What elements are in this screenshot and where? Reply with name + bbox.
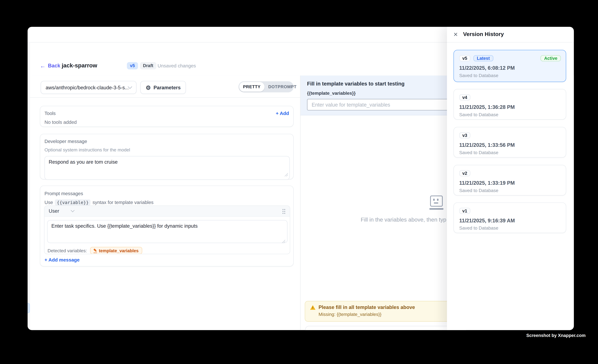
version-timestamp: 11/21/2025, 1:36:28 PM — [459, 104, 561, 110]
drag-handle-icon[interactable] — [282, 208, 286, 214]
draft-badge: Draft — [140, 62, 156, 69]
tools-empty-text: No tools added — [44, 120, 289, 125]
detected-variables-row: Detected variables: ✎ template_variables — [48, 247, 142, 254]
warning-title: Please fill in all template variables ab… — [319, 304, 415, 310]
page-title: jack-sparrow — [62, 62, 97, 69]
hint-suffix: syntax for template variables — [92, 200, 154, 205]
prompt-messages-title: Prompt messages — [44, 191, 289, 196]
chat-input-box[interactable] — [305, 326, 466, 330]
detected-variable-name: template_variables — [99, 248, 139, 253]
toggle-dotprompt[interactable]: DOTPROMPT — [265, 82, 300, 92]
model-select-value: aws/anthropic/bedrock-claude-3-5-s... — [46, 84, 128, 90]
version-card-v2[interactable]: v2 11/21/2025, 1:33:19 PM Saved to Datab… — [454, 165, 566, 196]
warning-icon — [310, 305, 316, 310]
tools-title: Tools — [44, 111, 289, 116]
message-textarea[interactable]: Enter task specifics. Use {{template_var… — [47, 220, 287, 243]
back-button[interactable]: ← Back — [40, 63, 60, 69]
version-timestamp: 11/22/2025, 6:08:12 PM — [459, 65, 561, 71]
chevron-down-icon — [128, 84, 132, 89]
version-tag: v3 — [459, 132, 470, 138]
detected-variable-chip[interactable]: ✎ template_variables — [90, 247, 142, 254]
variable-syntax-chip: {{variable}} — [55, 199, 91, 206]
add-message-button[interactable]: + Add message — [44, 257, 80, 263]
view-mode-toggle: PRETTY DOTPROMPT — [238, 81, 294, 92]
parameters-label: Parameters — [153, 84, 181, 90]
gear-icon: ⚙ — [146, 84, 151, 90]
empty-state-text: Fill in the variables above, then typ — [361, 217, 446, 223]
back-arrow-icon: ← — [40, 63, 46, 69]
resize-handle-icon[interactable] — [284, 173, 288, 176]
hint-prefix: Use — [44, 200, 53, 205]
version-card-v1[interactable]: v1 11/21/2025, 9:16:39 AM Saved to Datab… — [454, 202, 566, 233]
developer-message-subtitle: Optional system instructions for the mod… — [44, 147, 289, 152]
version-source: Saved to Database — [459, 112, 561, 117]
editor-toolbar: aws/anthropic/bedrock-claude-3-5-s... ⚙ … — [30, 75, 300, 98]
editor-pane: aws/anthropic/bedrock-claude-3-5-s... ⚙ … — [30, 75, 300, 330]
pencil-icon: ✎ — [93, 248, 97, 253]
version-source: Saved to Database — [459, 188, 561, 193]
bot-icon — [429, 195, 443, 210]
parameters-button[interactable]: ⚙ Parameters — [140, 81, 186, 94]
version-timestamp: 11/21/2025, 9:16:39 AM — [459, 218, 561, 223]
version-card-v5[interactable]: v5 Latest Active 11/22/2025, 6:08:12 PM … — [454, 50, 566, 82]
role-select-value: User — [49, 208, 59, 214]
version-tag: v1 — [459, 208, 470, 214]
template-variable-input[interactable] — [307, 99, 462, 110]
resize-handle-icon[interactable] — [282, 240, 285, 243]
message-role-header: User — [44, 206, 290, 217]
version-card-v4[interactable]: v4 11/21/2025, 1:36:28 PM Saved to Datab… — [454, 89, 566, 120]
warning-detail: Missing: {{template_variables}} — [319, 312, 461, 317]
missing-variables-warning: Please fill in all template variables ab… — [305, 301, 466, 322]
close-icon[interactable]: × — [454, 30, 458, 39]
version-history-header: × Version History — [447, 27, 574, 42]
left-gutter — [28, 42, 30, 330]
message-block: User Enter task specifics. Use {{templat… — [44, 206, 290, 254]
prompt-messages-card: Prompt messages Use {{variable}} syntax … — [40, 186, 294, 266]
version-source: Saved to Database — [459, 225, 561, 231]
version-tag: v4 — [459, 94, 470, 100]
version-history-panel: × Version History v5 Latest Active 11/22… — [447, 27, 574, 330]
developer-message-textarea[interactable]: Respond as you are tom cruise — [44, 156, 290, 180]
chevron-down-icon — [71, 208, 75, 212]
add-tool-button[interactable]: + Add — [276, 111, 289, 116]
latest-badge: Latest — [473, 55, 493, 61]
template-syntax-hint: Use {{variable}} syntax for template var… — [44, 199, 289, 206]
version-timestamp: 11/21/2025, 1:33:19 PM — [459, 180, 561, 186]
tools-card: Tools + Add No tools added — [40, 106, 294, 127]
active-badge: Active — [541, 55, 561, 61]
screenshot-stage: ← Back jack-sparrow v5 Draft Unsaved cha… — [0, 0, 598, 364]
version-card-v3[interactable]: v3 11/21/2025, 1:33:56 PM Saved to Datab… — [454, 127, 566, 158]
app-window: ← Back jack-sparrow v5 Draft Unsaved cha… — [28, 27, 574, 330]
toggle-pretty[interactable]: PRETTY — [239, 82, 265, 92]
background-badge-fragment — [28, 303, 30, 313]
version-tag: v2 — [459, 170, 470, 176]
developer-message-title: Developer message — [44, 139, 289, 144]
unsaved-changes-text: Unsaved changes — [158, 63, 196, 68]
version-history-title: Version History — [463, 31, 504, 37]
role-select[interactable]: User — [49, 208, 74, 214]
developer-message-card: Developer message Optional system instru… — [40, 134, 294, 179]
version-source: Saved to Database — [459, 73, 561, 78]
version-timestamp: 11/21/2025, 1:33:56 PM — [459, 142, 561, 148]
back-label: Back — [48, 63, 60, 69]
version-tag: v5 — [459, 55, 470, 61]
version-source: Saved to Database — [459, 150, 561, 155]
watermark-text: Screenshot by Xnapper.com — [526, 333, 586, 338]
detected-variables-label: Detected variables: — [48, 248, 87, 253]
version-badge: v5 — [127, 62, 138, 69]
model-select[interactable]: aws/anthropic/bedrock-claude-3-5-s... — [41, 81, 136, 94]
